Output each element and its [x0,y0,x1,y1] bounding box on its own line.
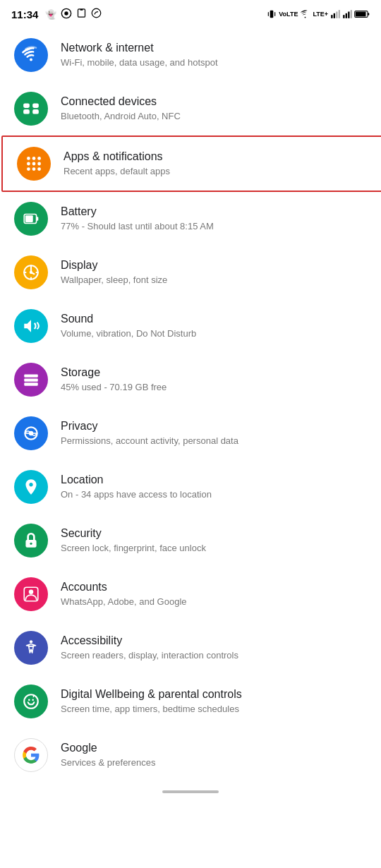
svg-rect-6 [274,12,275,16]
item-title-apps-notifications: Apps & notifications [64,150,170,164]
status-right: VoLTE LTE+ [267,9,370,20]
settings-list: Network & internet Wi-Fi, mobile, data u… [0,28,381,782]
settings-item-display[interactable]: Display Wallpaper, sleep, font size [0,246,381,299]
icon-connected-devices [14,92,48,126]
item-subtitle-google: Services & preferences [61,757,155,769]
item-text-accounts: Accounts WhatsApp, Adobe, and Google [61,580,187,608]
svg-point-31 [37,167,41,171]
icon-digital-wellbeing [14,685,48,718]
item-text-privacy: Privacy Permissions, account activity, p… [61,419,238,447]
svg-point-23 [27,157,30,160]
item-title-google: Google [61,741,155,756]
snapchat-icon: 👻 [45,9,56,20]
svg-rect-12 [346,13,347,18]
svg-point-28 [37,162,41,166]
icon-privacy [14,416,48,450]
svg-point-30 [32,167,36,171]
svg-rect-36 [24,374,38,377]
icon-network [14,38,48,72]
svg-point-47 [24,694,38,709]
item-subtitle-battery: 77% - Should last until about 8:15 AM [61,221,214,233]
svg-rect-16 [356,12,366,17]
signal1-icon [330,9,340,19]
lte-icon: LTE+ [313,11,328,18]
svg-rect-13 [348,12,349,18]
svg-rect-21 [23,109,30,114]
item-title-location: Location [61,473,212,488]
settings-item-connected-devices[interactable]: Connected devices Bluetooth, Android Aut… [0,82,381,135]
settings-item-accessibility[interactable]: Accessibility Screen readers, display, i… [0,621,381,675]
icon-battery [14,202,48,236]
battery-status-icon [354,9,370,19]
svg-point-24 [32,157,36,160]
item-subtitle-security: Screen lock, fingerprint, face unlock [61,543,206,555]
item-title-security: Security [61,526,206,541]
item-subtitle-digital-wellbeing: Screen time, app timers, bedtime schedul… [61,704,242,716]
item-title-accounts: Accounts [61,580,187,595]
svg-point-26 [27,162,30,166]
item-text-accessibility: Accessibility Screen readers, display, i… [61,634,238,662]
item-subtitle-accounts: WhatsApp, Adobe, and Google [61,596,187,608]
svg-point-1 [65,11,68,15]
settings-item-digital-wellbeing[interactable]: Digital Wellbeing & parental controls Sc… [0,675,381,728]
shazam-icon [91,8,102,20]
settings-item-network[interactable]: Network & internet Wi-Fi, mobile, data u… [0,28,381,82]
item-text-digital-wellbeing: Digital Wellbeing & parental controls Sc… [61,687,242,716]
icon-location [14,470,48,504]
msg-icon [61,8,72,21]
svg-rect-22 [32,109,39,114]
svg-rect-34 [37,217,39,220]
item-text-location: Location On - 34 apps have access to loc… [61,473,212,501]
svg-point-3 [92,8,102,18]
svg-point-45 [29,590,34,595]
svg-rect-5 [268,12,269,16]
item-subtitle-apps-notifications: Recent apps, default apps [64,166,170,178]
status-bar: 11:34 👻 VoLTE LTE+ [0,0,381,25]
svg-rect-4 [270,11,274,18]
item-title-connected-devices: Connected devices [61,95,181,109]
status-time: 11:34 [11,8,38,20]
item-subtitle-location: On - 34 apps have access to location [61,489,212,501]
settings-item-sound[interactable]: Sound Volume, vibration, Do Not Disturb [0,299,381,353]
svg-point-46 [30,640,32,643]
icon-accessibility [14,631,48,665]
item-text-security: Security Screen lock, fingerprint, face … [61,526,206,555]
settings-item-battery[interactable]: Battery 77% - Should last until about 8:… [0,192,381,246]
scroll-indicator [0,782,381,799]
svg-point-35 [30,271,32,274]
item-text-sound: Sound Volume, vibration, Do Not Disturb [61,312,196,340]
status-left: 11:34 👻 [11,8,102,21]
svg-rect-14 [351,10,352,18]
svg-rect-11 [343,15,344,18]
svg-point-43 [30,543,32,545]
item-text-apps-notifications: Apps & notifications Recent apps, defaul… [64,150,170,178]
item-title-display: Display [61,258,167,273]
item-subtitle-storage: 45% used - 70.19 GB free [61,382,167,394]
settings-item-storage[interactable]: Storage 45% used - 70.19 GB free [0,353,381,406]
icon-google [14,738,48,772]
svg-rect-33 [25,215,33,222]
settings-item-accounts[interactable]: Accounts WhatsApp, Adobe, and Google [0,567,381,621]
settings-item-security[interactable]: Security Screen lock, fingerprint, face … [0,514,381,567]
clipboard-icon [76,8,87,20]
icon-storage [14,363,48,397]
item-subtitle-connected-devices: Bluetooth, Android Auto, NFC [61,111,181,123]
item-text-network: Network & internet Wi-Fi, mobile, data u… [61,41,218,69]
svg-rect-7 [331,15,332,18]
svg-rect-19 [23,103,30,108]
settings-item-privacy[interactable]: Privacy Permissions, account activity, p… [0,406,381,460]
item-title-battery: Battery [61,205,214,219]
item-title-storage: Storage [61,366,167,380]
settings-item-location[interactable]: Location On - 34 apps have access to loc… [0,460,381,514]
icon-accounts [14,577,48,611]
settings-item-google[interactable]: Google Services & preferences [0,728,381,782]
volte-icon: VoLTE [279,11,298,18]
item-title-privacy: Privacy [61,419,238,434]
item-title-network: Network & internet [61,41,218,56]
icon-security [14,524,48,557]
settings-item-apps-notifications[interactable]: Apps & notifications Recent apps, defaul… [1,135,381,192]
svg-point-25 [37,157,41,160]
item-subtitle-accessibility: Screen readers, display, interaction con… [61,650,238,662]
vibrate-icon [267,9,277,19]
svg-point-27 [32,162,36,166]
